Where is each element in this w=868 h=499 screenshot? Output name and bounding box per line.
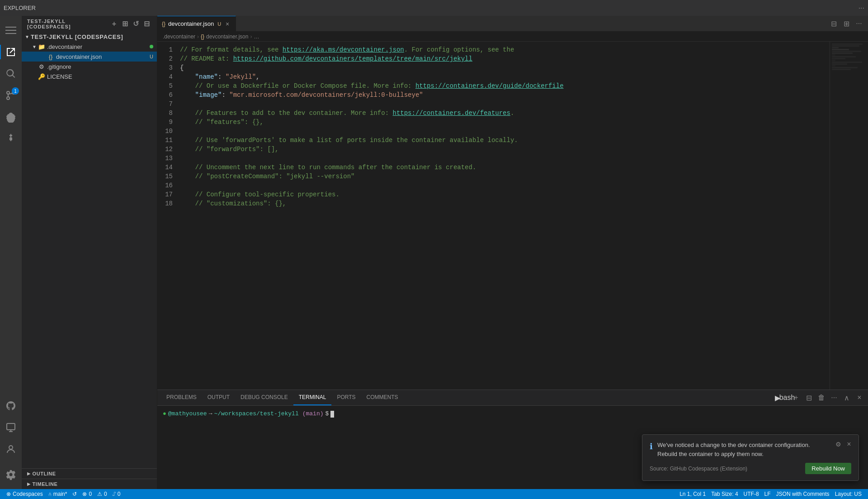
tree-devcontainer-json[interactable]: ▷ {} devcontainer.json U	[22, 52, 157, 62]
activity-settings[interactable]	[0, 464, 22, 485]
activity-remote[interactable]	[0, 417, 22, 438]
status-ports[interactable]: ⑀ 0	[110, 489, 123, 499]
tree-root[interactable]: ▼ TEST-JEKYLL [CODESPACES]	[22, 32, 157, 42]
status-eol[interactable]: LF	[762, 491, 774, 497]
svg-rect-2	[5, 33, 16, 34]
branch-label: main*	[53, 491, 67, 497]
breadcrumb-more[interactable]: …	[254, 33, 259, 40]
position-label: Ln 1, Col 1	[679, 491, 706, 497]
minimap	[830, 42, 868, 390]
tab-terminal[interactable]: TERMINAL	[293, 390, 332, 405]
close-panel-icon[interactable]: ×	[854, 393, 864, 403]
split-editor-icon[interactable]: ⊟	[828, 18, 839, 29]
activity-explorer[interactable]	[0, 41, 22, 63]
modified-dot	[150, 45, 153, 48]
tab-bar: {} devcontainer.json U × ⊟ ⊞ ···	[157, 16, 868, 32]
language-label: JSON with Comments	[776, 491, 830, 497]
activity-search[interactable]	[0, 63, 22, 85]
code-line-15: 15 // "postCreateCommand": "jekyll --ver…	[157, 172, 830, 181]
tree-license[interactable]: ▷ 🔑 LICENSE	[22, 71, 157, 81]
tabsize-label: Tab Size: 4	[711, 491, 738, 497]
outline-section: ▶ OUTLINE	[22, 468, 157, 479]
code-line-13: 13	[157, 154, 830, 163]
svg-rect-0	[5, 27, 16, 28]
code-line-4: 4 "name": "Jekyll",	[157, 72, 830, 81]
maximize-panel-icon[interactable]: ∧	[842, 393, 852, 403]
code-line-8: 8 // Features to add to the dev containe…	[157, 109, 830, 118]
tab-devcontainer-json[interactable]: {} devcontainer.json U ×	[157, 16, 236, 31]
code-editor[interactable]: 1 // For format details, see https://aka…	[157, 42, 830, 390]
unsaved-badge: U	[150, 54, 153, 59]
eol-label: LF	[764, 491, 771, 497]
status-codespaces[interactable]: ⊗ Codespaces	[4, 489, 46, 499]
tab-close[interactable]: ×	[224, 20, 231, 28]
activity-source-control[interactable]: 1	[0, 85, 22, 106]
breadcrumb-devcontainer[interactable]: .devcontainer	[163, 33, 195, 40]
notification-subtitle: Rebuild the container to apply them now.	[657, 450, 851, 458]
sidebar-header-actions: + ⊞ ↺ ⊟	[110, 19, 151, 29]
tree-gitignore[interactable]: ▷ ⚙ .gitignore	[22, 62, 157, 71]
layout-icon[interactable]: ⊞	[841, 18, 852, 29]
activity-account[interactable]	[0, 438, 22, 460]
terminal-cursor	[330, 411, 334, 418]
refresh-icon[interactable]: ↺	[132, 19, 141, 29]
license-icon: 🔑	[38, 73, 45, 80]
tab-comments[interactable]: COMMENTS	[361, 390, 404, 405]
new-folder-icon[interactable]: ⊞	[121, 19, 130, 29]
tab-output[interactable]: OUTPUT	[202, 390, 235, 405]
terminal-shell-label: bash	[782, 393, 792, 403]
svg-point-9	[9, 446, 13, 449]
collapse-icon[interactable]: ⊟	[142, 19, 151, 29]
status-sync[interactable]: ↺	[70, 489, 80, 499]
kill-terminal-icon[interactable]: 🗑	[816, 393, 826, 403]
activity-github[interactable]	[0, 395, 22, 417]
encoding-label: UTF-8	[744, 491, 759, 497]
activity-debug[interactable]	[0, 106, 22, 128]
svg-point-3	[7, 97, 9, 100]
code-line-16: 16	[157, 181, 830, 190]
notification-gear-icon[interactable]: ⚙	[833, 439, 843, 449]
tab-problems[interactable]: PROBLEMS	[161, 390, 202, 405]
status-position[interactable]: Ln 1, Col 1	[677, 491, 708, 497]
rebuild-now-button[interactable]: Rebuild Now	[805, 463, 851, 474]
notification-popup: ℹ We've noticed a change to the dev cont…	[642, 434, 859, 481]
new-file-icon[interactable]: +	[110, 19, 119, 29]
outline-header[interactable]: ▶ OUTLINE	[22, 469, 157, 479]
codespaces-icon: ⊗	[6, 491, 11, 497]
code-line-11: 11 // Use 'forwardPorts' to make a list …	[157, 136, 830, 145]
status-errors[interactable]: ⊗ 0	[80, 489, 94, 499]
arrow-root: ▼	[24, 34, 31, 39]
ports-icon: ⑀	[113, 491, 116, 497]
timeline-header[interactable]: ▶ TIMELINE	[22, 479, 157, 489]
terminal-user: @mathyousee	[168, 409, 207, 418]
tab-ports[interactable]: PORTS	[331, 390, 361, 405]
status-language[interactable]: JSON with Comments	[774, 491, 832, 497]
status-branch[interactable]: ⑃ main*	[46, 489, 70, 499]
terminal-more-icon[interactable]: ···	[829, 393, 839, 403]
tree-devcontainer-folder[interactable]: ▼ 📁 .devcontainer	[22, 42, 157, 52]
terminal-dot: ●	[163, 409, 166, 418]
more-actions-icon[interactable]: ···	[854, 18, 864, 29]
code-line-10: 10	[157, 127, 830, 136]
status-encoding[interactable]: UTF-8	[741, 491, 762, 497]
breadcrumb-filename[interactable]: devcontainer.json	[206, 33, 248, 40]
activity-extensions[interactable]	[0, 128, 22, 150]
notification-text: We've noticed a change to the dev contai…	[657, 441, 851, 458]
status-layout[interactable]: Layout: US	[832, 491, 864, 497]
status-tabsize[interactable]: Tab Size: 4	[708, 491, 741, 497]
add-terminal-icon[interactable]: +	[791, 393, 801, 403]
tab-debug-console[interactable]: DEBUG CONSOLE	[235, 390, 293, 405]
title-more[interactable]: ···	[859, 4, 864, 12]
minimap-content	[830, 42, 868, 72]
status-warnings[interactable]: ⚠ 0	[94, 489, 110, 499]
outline-arrow: ▶	[27, 471, 31, 476]
tab-label: devcontainer.json	[168, 20, 214, 27]
split-terminal-icon[interactable]: ⊟	[804, 393, 814, 403]
notification-close-button[interactable]: ×	[844, 439, 854, 449]
activity-menu[interactable]	[0, 19, 22, 41]
tab-bar-actions: ⊟ ⊞ ···	[825, 16, 868, 31]
error-icon: ⊗	[82, 491, 87, 497]
warning-count: 0	[104, 491, 107, 497]
code-line-7: 7	[157, 100, 830, 109]
status-right: Ln 1, Col 1 Tab Size: 4 UTF-8 LF JSON wi…	[677, 491, 864, 497]
